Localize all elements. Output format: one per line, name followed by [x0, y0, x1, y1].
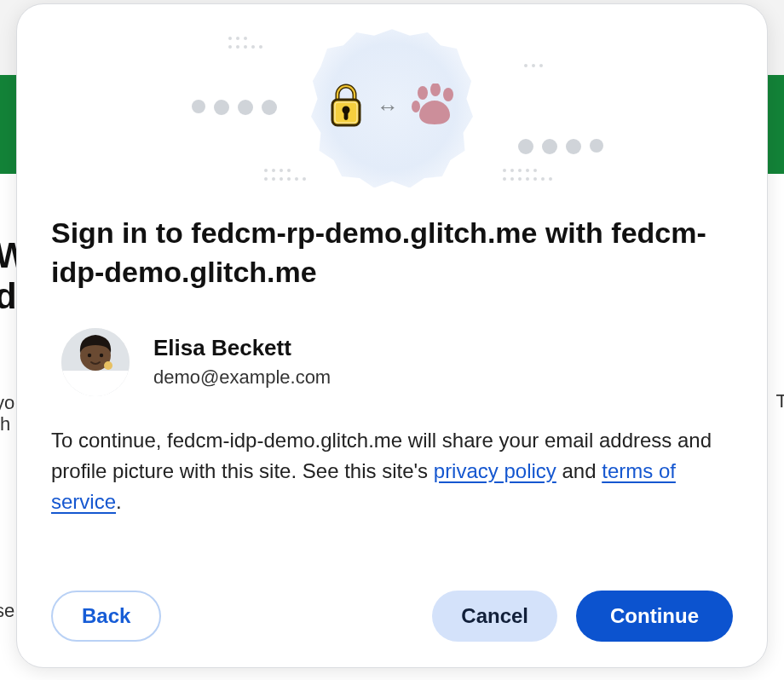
svg-point-13 — [104, 361, 112, 370]
swap-arrow-icon: ↔ — [377, 94, 399, 120]
page-text-fragment-2: se — [0, 600, 15, 621]
dots-decoration — [524, 64, 543, 67]
avatar — [61, 328, 130, 396]
dots-decoration — [503, 169, 552, 181]
page-text-fragment-right: T — [770, 390, 784, 412]
disclosure-connector: and — [556, 459, 602, 482]
illustration-blob: ↔ — [311, 26, 473, 187]
svg-point-4 — [418, 86, 428, 100]
page-text-fragment-1: yo th — [0, 392, 15, 435]
dialog-illustration: ↔ — [51, 28, 733, 207]
cancel-button[interactable]: Cancel — [432, 591, 557, 642]
dots-decoration — [518, 139, 603, 154]
dots-decoration — [228, 37, 262, 49]
disclosure-suffix: . — [116, 490, 122, 513]
disclosure-text: To continue, fedcm-idp-demo.glitch.me wi… — [51, 425, 733, 517]
svg-point-11 — [88, 354, 91, 357]
continue-button[interactable]: Continue — [576, 591, 733, 642]
fedcm-signin-dialog: ↔ Sign in to fedcm-rp-demo.glitch.me wit… — [16, 3, 768, 668]
dots-decoration — [192, 100, 277, 115]
dialog-title: Sign in to fedcm-rp-demo.glitch.me with … — [51, 214, 733, 292]
dialog-button-row: Back Cancel Continue — [51, 573, 733, 642]
svg-point-7 — [412, 101, 420, 112]
privacy-policy-link[interactable]: privacy policy — [434, 459, 556, 482]
svg-point-6 — [443, 88, 453, 101]
lock-icon — [327, 81, 365, 132]
svg-point-12 — [100, 354, 103, 357]
back-button[interactable]: Back — [51, 591, 161, 642]
dots-decoration — [264, 169, 306, 181]
page-heading-fragment: We do — [0, 235, 17, 318]
svg-rect-3 — [344, 112, 349, 120]
account-email: demo@example.com — [153, 366, 331, 389]
paw-icon — [411, 84, 457, 130]
account-name: Elisa Beckett — [153, 335, 331, 361]
svg-point-5 — [430, 84, 441, 96]
account-row: Elisa Beckett demo@example.com — [51, 328, 733, 396]
